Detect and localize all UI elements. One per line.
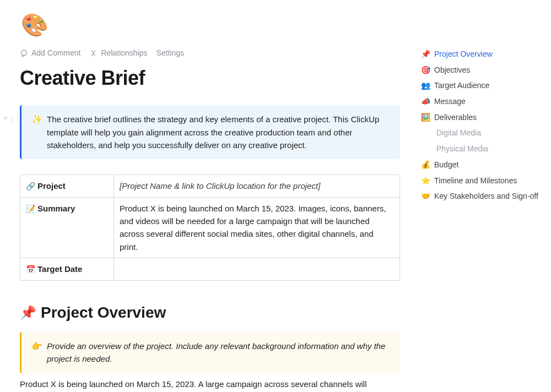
row-label-text: Summary: [37, 204, 75, 213]
relationships-icon: [89, 49, 98, 57]
row-label: 📝Summary: [20, 197, 114, 258]
add-comment-button[interactable]: Add Comment: [20, 47, 80, 59]
toc-item[interactable]: Digital Media: [421, 126, 544, 141]
table-row[interactable]: 📅Target Date: [20, 258, 400, 280]
add-block-button[interactable]: +: [3, 112, 8, 124]
toc-item[interactable]: 👥Target Audience: [421, 78, 544, 94]
toc-item-label: Key Stakeholders and Sign-off: [434, 190, 538, 203]
add-comment-label: Add Comment: [31, 47, 80, 59]
toc-item[interactable]: 💰Budget: [421, 157, 544, 173]
toc-item-label: Objectives: [434, 64, 470, 77]
overview-hint-text: Provide an overview of the project. Incl…: [47, 340, 390, 366]
section-title: Project Overview: [41, 301, 166, 324]
doc-toolbar: Add Comment Relationships Settings: [20, 47, 400, 59]
row-icon: 🔗: [26, 182, 35, 190]
relationships-label: Relationships: [101, 47, 147, 59]
toc-item[interactable]: 🤝Key Stakeholders and Sign-off: [421, 189, 544, 205]
toc-item-icon: 🎯: [421, 64, 430, 77]
relationships-button[interactable]: Relationships: [89, 47, 147, 59]
toc-item-label: Digital Media: [436, 127, 481, 139]
page-title: Creative Brief: [20, 63, 400, 94]
toc-item[interactable]: 📌Project Overview: [421, 47, 544, 63]
row-value[interactable]: Product X is being launched on March 15,…: [114, 197, 400, 258]
toc-item-label: Physical Media: [436, 143, 488, 155]
toc-item[interactable]: Physical Media: [421, 141, 544, 157]
toc-item-icon: 💰: [421, 159, 430, 171]
settings-label: Settings: [156, 48, 185, 57]
row-value[interactable]: [114, 258, 400, 280]
block-gutter: + ⋮⋮: [3, 112, 20, 124]
intro-callout-text: The creative brief outlines the strategy…: [47, 113, 390, 151]
table-of-contents: 📌Project Overview🎯Objectives👥Target Audi…: [421, 47, 544, 205]
toc-item[interactable]: ⭐Timeline and Milestones: [421, 173, 544, 189]
toc-item-icon: ⭐: [421, 175, 430, 187]
page-icon[interactable]: 🎨: [21, 8, 400, 42]
toc-item[interactable]: 📣Message: [421, 94, 544, 110]
section-heading-overview: 📌 Project Overview: [20, 301, 400, 324]
toc-item-icon: 📌: [421, 48, 430, 61]
row-label-text: Target Date: [37, 264, 82, 274]
pushpin-icon: 📌: [20, 302, 36, 323]
point-right-icon: 👉: [31, 340, 40, 366]
row-icon: 📅: [26, 265, 35, 274]
table-row[interactable]: 🔗Project[Project Name & link to ClickUp …: [20, 175, 400, 198]
toc-item[interactable]: 🖼️Deliverables: [421, 110, 544, 126]
main-column: 🎨 Add Comment Relationships Settings Cre…: [20, 8, 400, 392]
toc-item-icon: 🖼️: [421, 112, 430, 124]
overview-body[interactable]: Product X is being launched on March 15,…: [20, 378, 400, 393]
svg-point-0: [21, 50, 27, 56]
toc-item-label: Project Overview: [434, 48, 493, 61]
row-value[interactable]: [Project Name & link to ClickUp location…: [114, 175, 400, 198]
comment-icon: [20, 49, 28, 57]
toc-item[interactable]: 🎯Objectives: [421, 63, 544, 79]
toc-item-label: Message: [434, 96, 466, 108]
toc-item-label: Budget: [434, 159, 458, 171]
overview-hint-callout[interactable]: 👉 Provide an overview of the project. In…: [20, 332, 400, 373]
intro-callout[interactable]: ✨ The creative brief outlines the strate…: [20, 105, 400, 159]
toc-item-icon: 🤝: [421, 190, 430, 203]
toc-item-icon: 📣: [421, 96, 430, 108]
row-label: 📅Target Date: [20, 258, 114, 280]
settings-button[interactable]: Settings: [156, 47, 185, 59]
toc-item-label: Deliverables: [434, 112, 477, 124]
toc-item-icon: 👥: [421, 80, 430, 92]
toc-item-label: Target Audience: [434, 80, 489, 92]
drag-handle[interactable]: ⋮⋮: [9, 113, 20, 124]
info-table: 🔗Project[Project Name & link to ClickUp …: [20, 175, 400, 280]
row-label: 🔗Project: [20, 175, 114, 198]
row-label-text: Project: [37, 181, 66, 190]
row-icon: 📝: [26, 204, 35, 213]
table-row[interactable]: 📝SummaryProduct X is being launched on M…: [20, 197, 400, 258]
toc-item-label: Timeline and Milestones: [434, 175, 517, 187]
sparkles-icon: ✨: [31, 113, 40, 151]
